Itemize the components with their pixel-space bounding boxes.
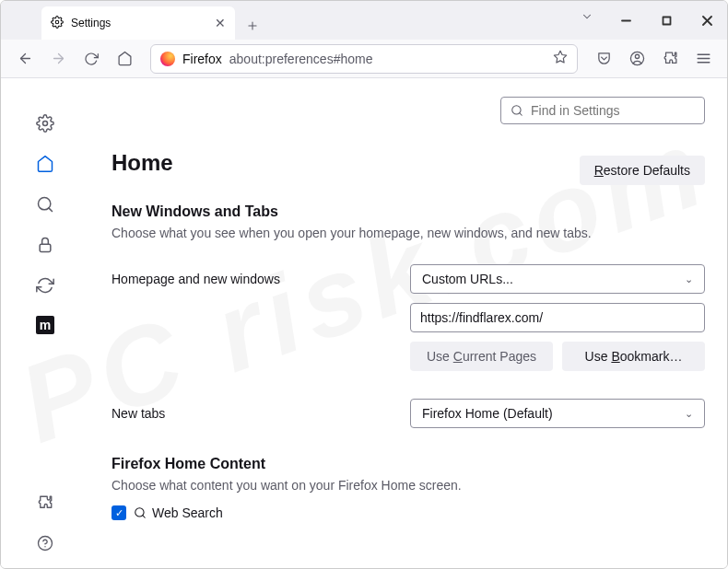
- new-tab-button[interactable]: [239, 12, 266, 40]
- firefox-logo-icon: [160, 52, 175, 66]
- use-current-pages-button[interactable]: Use Current Pages: [410, 342, 553, 371]
- use-bookmark-button[interactable]: Use Bookmark…: [562, 342, 705, 371]
- svg-line-22: [520, 113, 523, 116]
- content-area: m Home Restore Defaults New Windows and …: [1, 78, 727, 569]
- sidebar-item-sync[interactable]: [35, 275, 55, 296]
- section-title-home-content: Firefox Home Content: [112, 456, 705, 472]
- reload-button[interactable]: [76, 44, 106, 74]
- tab-settings[interactable]: Settings ✕: [41, 6, 235, 40]
- newtabs-select-value: Firefox Home (Default): [422, 406, 553, 421]
- main-panel: Home Restore Defaults New Windows and Ta…: [89, 78, 727, 569]
- websearch-text: Web Search: [152, 505, 223, 520]
- svg-line-17: [49, 208, 53, 212]
- svg-point-19: [39, 537, 53, 551]
- newtabs-select[interactable]: Firefox Home (Default) ⌄: [410, 399, 705, 428]
- tab-list-chevron-icon[interactable]: [581, 10, 593, 27]
- minimize-button[interactable]: [605, 6, 646, 34]
- section-title-new-windows: New Windows and Tabs: [112, 203, 705, 220]
- section-desc-home-content: Choose what content you want on your Fir…: [112, 478, 705, 493]
- sidebar-item-help[interactable]: [35, 533, 55, 553]
- websearch-checkbox[interactable]: ✓: [112, 505, 126, 520]
- svg-marker-9: [554, 51, 566, 63]
- sidebar-item-privacy[interactable]: [35, 235, 55, 255]
- restore-defaults-button[interactable]: Restore Defaults: [580, 156, 705, 185]
- svg-rect-4: [663, 17, 670, 24]
- extensions-icon[interactable]: [655, 44, 685, 74]
- homepage-select[interactable]: Custom URLs... ⌄: [410, 264, 705, 294]
- svg-line-24: [143, 516, 146, 518]
- homepage-url-input[interactable]: [410, 303, 705, 332]
- window-controls: [605, 1, 727, 40]
- chevron-down-icon: ⌄: [685, 408, 693, 420]
- back-button[interactable]: [10, 44, 40, 74]
- section-desc-new-windows: Choose what you see when you open your h…: [112, 226, 705, 240]
- sidebar-item-general[interactable]: [35, 113, 55, 134]
- app-menu-icon[interactable]: [688, 44, 718, 74]
- newtabs-label: New tabs: [112, 406, 410, 421]
- svg-rect-18: [40, 244, 51, 251]
- search-settings-input[interactable]: [531, 103, 695, 118]
- account-icon[interactable]: [622, 44, 652, 74]
- svg-point-11: [635, 54, 639, 58]
- toolbar-home-button[interactable]: [110, 44, 139, 74]
- gear-icon: [51, 16, 64, 31]
- chevron-down-icon: ⌄: [685, 273, 693, 285]
- sidebar-item-search[interactable]: [35, 194, 55, 215]
- homepage-select-value: Custom URLs...: [422, 272, 513, 286]
- url-path: about:preferences#home: [229, 52, 373, 66]
- svg-point-15: [43, 122, 48, 126]
- sidebar-item-extensions[interactable]: [35, 493, 55, 513]
- tab-title: Settings: [71, 17, 111, 29]
- sidebar-item-more[interactable]: m: [36, 316, 54, 334]
- homepage-label: Homepage and new windows: [112, 272, 410, 286]
- svg-point-0: [55, 20, 59, 24]
- bookmark-star-icon[interactable]: [553, 50, 568, 67]
- search-icon: [134, 506, 147, 519]
- search-icon: [511, 104, 523, 117]
- maximize-button[interactable]: [646, 6, 687, 34]
- close-tab-icon[interactable]: ✕: [215, 16, 226, 30]
- close-window-button[interactable]: [687, 6, 727, 34]
- sidebar-item-home[interactable]: [35, 154, 55, 174]
- websearch-label: Web Search: [134, 505, 223, 520]
- url-bar[interactable]: Firefox about:preferences#home: [150, 44, 578, 74]
- toolbar: Firefox about:preferences#home: [1, 40, 727, 78]
- search-settings-box[interactable]: [500, 97, 705, 124]
- url-identity: Firefox: [182, 52, 222, 66]
- pocket-icon[interactable]: [589, 44, 618, 74]
- settings-sidebar: m: [1, 78, 89, 569]
- forward-button[interactable]: [43, 44, 73, 74]
